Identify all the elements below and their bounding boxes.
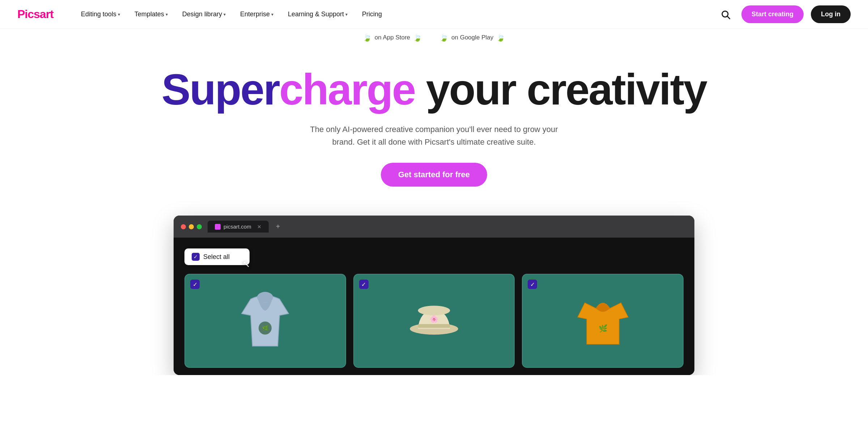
login-button[interactable]: Log in [811, 5, 851, 23]
picsart-favicon [215, 224, 221, 230]
logo[interactable]: Picsart [17, 8, 54, 21]
nav-templates[interactable]: Templates ▾ [129, 7, 174, 22]
get-started-button[interactable]: Get started for free [381, 163, 487, 187]
new-tab-icon[interactable]: + [276, 222, 280, 231]
chevron-down-icon: ▾ [166, 12, 168, 17]
nav-enterprise[interactable]: Enterprise ▾ [234, 7, 279, 22]
product-grid: ✓ 🌿 [184, 274, 684, 368]
close-dot[interactable] [181, 224, 186, 229]
card-checkbox-hat[interactable]: ✓ [359, 280, 369, 289]
chevron-down-icon: ▾ [224, 12, 226, 17]
browser-mockup: picsart.com ✕ + ✓ Select all ↖ ✓ [174, 216, 694, 375]
tab-close-icon[interactable]: ✕ [257, 224, 261, 230]
svg-point-2 [257, 292, 273, 303]
chevron-down-icon: ▾ [271, 12, 273, 17]
maximize-dot[interactable] [197, 224, 202, 229]
browser-tab[interactable]: picsart.com ✕ [208, 221, 269, 233]
product-card-tshirt[interactable]: ✓ 🌿 [522, 274, 684, 368]
svg-text:🌸: 🌸 [430, 315, 439, 323]
search-button[interactable] [717, 6, 734, 23]
apple-icon: 🍃 [363, 33, 372, 42]
nav-learning-support[interactable]: Learning & Support ▾ [282, 7, 353, 22]
hero-subtitle: The only AI-powered creative companion y… [307, 123, 561, 148]
select-all-bar[interactable]: ✓ Select all ↖ [184, 248, 250, 265]
leaf-icon-right: 🍃 [413, 33, 422, 42]
svg-text:🌿: 🌿 [262, 325, 269, 331]
store-badges: 🍃 on App Store 🍃 🍃 on Google Play 🍃 [0, 29, 868, 45]
browser-traffic-lights [181, 224, 202, 229]
chevron-down-icon: ▾ [118, 12, 120, 17]
search-icon [720, 9, 731, 20]
hero-section: Supercharge your creativity The only AI-… [0, 45, 868, 201]
browser-wrapper: picsart.com ✕ + ✓ Select all ↖ ✓ [0, 201, 868, 375]
start-creating-button[interactable]: Start creating [741, 5, 804, 23]
svg-rect-7 [418, 324, 450, 328]
navbar: Picsart Editing tools ▾ Templates ▾ Desi… [0, 0, 868, 29]
select-all-checkbox[interactable]: ✓ [192, 253, 200, 261]
product-card-bucket-hat[interactable]: ✓ 🌸 [353, 274, 515, 368]
browser-bar: picsart.com ✕ + [174, 216, 694, 238]
nav-links: Editing tools ▾ Templates ▾ Design libra… [75, 7, 717, 22]
nav-editing-tools[interactable]: Editing tools ▾ [75, 7, 126, 22]
hero-title: Supercharge your creativity [17, 67, 851, 112]
chevron-down-icon: ▾ [345, 12, 348, 17]
browser-content: ✓ Select all ↖ ✓ [174, 238, 694, 375]
svg-point-6 [418, 306, 450, 316]
google-play-badge[interactable]: 🍃 on Google Play 🍃 [439, 33, 505, 42]
cursor-icon: ↖ [242, 259, 250, 270]
card-checkbox-tshirt[interactable]: ✓ [528, 280, 537, 289]
product-visual-tshirt: 🌿 [570, 285, 635, 357]
minimize-dot[interactable] [189, 224, 194, 229]
product-visual-hoodie: 🌿 [233, 285, 298, 357]
svg-text:🌿: 🌿 [598, 324, 607, 333]
play-icon-right: 🍃 [496, 33, 505, 42]
app-store-badge[interactable]: 🍃 on App Store 🍃 [363, 33, 422, 42]
card-checkbox-hoodie[interactable]: ✓ [190, 280, 200, 289]
product-visual-hat: 🌸 [401, 285, 467, 357]
product-card-hoodie[interactable]: ✓ 🌿 [184, 274, 346, 368]
select-all-label: Select all [203, 253, 230, 261]
nav-pricing[interactable]: Pricing [356, 7, 388, 22]
svg-line-1 [727, 16, 729, 18]
play-icon-left: 🍃 [439, 33, 448, 42]
nav-right: Start creating Log in [717, 5, 851, 23]
tab-url: picsart.com [224, 224, 251, 230]
nav-design-library[interactable]: Design library ▾ [176, 7, 231, 22]
